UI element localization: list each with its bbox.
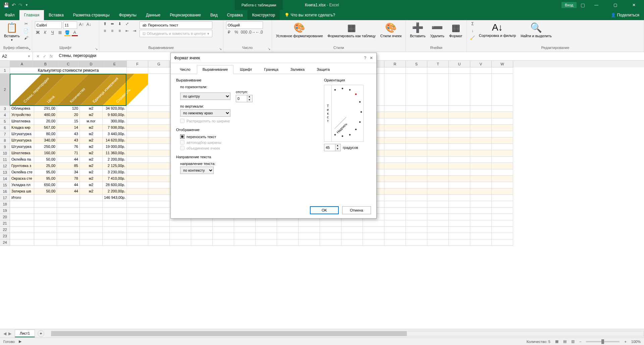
cell[interactable]: 3 230,00р. [103,169,127,176]
row-header[interactable]: 13 [0,169,10,176]
cell[interactable] [427,163,449,169]
cell[interactable]: 14 620,00р. [103,137,127,144]
orientation-control[interactable]: Текст Надпись [324,85,364,142]
cell[interactable] [103,239,127,246]
dialog-tab[interactable]: Граница [259,65,284,74]
cell[interactable]: Оклейка сте [10,169,34,176]
percent-icon[interactable]: % [233,30,239,36]
cell[interactable] [10,201,34,208]
cell[interactable] [148,112,170,118]
cell[interactable] [470,137,492,144]
dialog-tab[interactable]: Число [174,65,196,74]
cell[interactable]: 2 125,00р. [103,163,127,169]
cell[interactable] [127,118,148,125]
cell[interactable] [492,239,513,246]
cell[interactable] [470,150,492,157]
cell[interactable] [80,239,103,246]
cell[interactable] [234,220,256,227]
cell[interactable]: Укладка пл [10,182,34,188]
cell[interactable]: 567,00 [34,125,57,131]
copy-icon[interactable]: 📄 [23,28,29,35]
row-header[interactable]: 23 [0,233,10,239]
cell[interactable] [80,208,103,214]
cell[interactable] [234,227,256,233]
cell[interactable] [492,144,513,150]
dialog-tab[interactable]: Выравнивание [197,65,234,74]
cell[interactable] [34,233,57,239]
cell[interactable]: 25,00 [34,163,57,169]
row-header[interactable]: 11 [0,157,10,163]
dialog-tab[interactable]: Заливка [285,65,310,74]
clear-icon[interactable]: 🧹 [470,36,476,42]
cell[interactable] [406,157,427,163]
cell[interactable]: 78 [57,176,80,182]
row-header[interactable]: 19 [0,208,10,214]
align-bottom-icon[interactable]: ⬇ [117,21,123,27]
align-right-icon[interactable]: ≡ [117,28,123,35]
cell[interactable] [103,233,127,239]
close-icon[interactable]: ✕ [627,0,641,10]
cell[interactable] [470,208,492,214]
cell[interactable] [470,67,492,74]
cell[interactable] [384,67,406,74]
tab-review[interactable]: Рецензирование [165,10,206,20]
cell[interactable]: 650,00 [34,182,57,188]
column-header[interactable]: D [80,61,103,67]
cell[interactable] [427,125,449,131]
cell[interactable]: Облицовка [10,106,34,112]
cell[interactable] [299,233,320,239]
cell[interactable] [406,182,427,188]
cell[interactable] [57,239,80,246]
cell[interactable] [148,74,170,106]
cell[interactable]: Шпатлевка [10,118,34,125]
cell[interactable] [384,106,406,112]
tell-me[interactable]: 💡 Что вы хотите сделать? [280,10,340,20]
cell[interactable] [148,163,170,169]
cell[interactable] [492,214,513,220]
cell[interactable]: Устройство [10,112,34,118]
cell[interactable] [406,118,427,125]
cell[interactable] [427,157,449,163]
cell[interactable] [470,227,492,233]
tab-help[interactable]: Справка [222,10,248,20]
row-header[interactable]: 2 [0,74,10,106]
login-button[interactable]: Вход [561,2,577,8]
cell[interactable] [384,208,406,214]
cell-styles-button[interactable]: 🎨Стили ячеек [379,21,403,39]
dialog-close-icon[interactable]: ✕ [370,56,373,60]
cell[interactable]: 76 [57,144,80,150]
cell[interactable] [384,227,406,233]
format-cells-button[interactable]: ▦Формат [448,21,464,39]
cell[interactable] [492,176,513,182]
cell[interactable] [148,150,170,157]
cell[interactable] [10,227,34,233]
cell[interactable]: м.пог [80,118,103,125]
cell[interactable]: 250,00 [34,144,57,150]
align-top-icon[interactable]: ⬆ [102,21,108,27]
cell[interactable] [256,220,277,227]
cell[interactable] [384,201,406,208]
cell[interactable] [449,233,470,239]
cell[interactable] [148,201,170,208]
cell[interactable] [127,239,148,246]
cell[interactable] [57,201,80,208]
wrap-text-button[interactable]: abПереносить текст [140,21,212,29]
horizontal-select[interactable]: по центру [180,93,230,100]
cut-icon[interactable]: ✂ [23,21,29,27]
cell[interactable]: 300,00р. [103,118,127,125]
cell[interactable]: 44 [57,188,80,195]
spin-down-icon[interactable]: ▼ [335,148,340,151]
cell[interactable] [170,227,191,233]
cell[interactable] [384,150,406,157]
view-page-break-icon[interactable]: ▥ [571,339,575,344]
cell[interactable] [213,227,234,233]
cell[interactable]: м2 [80,106,103,112]
cell[interactable]: 19 000,00р. [103,144,127,150]
cell[interactable] [127,144,148,150]
cell[interactable]: 146 943,00р. [103,195,127,201]
row-header[interactable]: 17 [0,195,10,201]
alignment-launcher-icon[interactable]: ↘ [219,47,222,51]
cell[interactable] [256,239,277,246]
cell[interactable]: 34 920,00р. [103,106,127,112]
cell[interactable]: Штукатурка [10,137,34,144]
